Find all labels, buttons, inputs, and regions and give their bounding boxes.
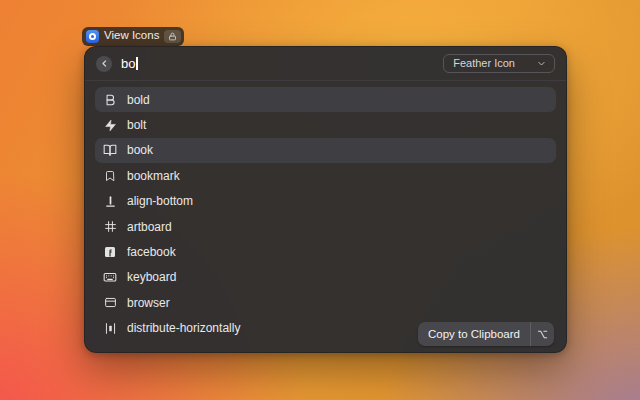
- row-label: book: [127, 143, 153, 157]
- row-label: bolt: [127, 118, 146, 132]
- row-label: bookmark: [127, 169, 180, 183]
- icon-set-dropdown[interactable]: Feather Icon: [443, 54, 555, 73]
- row-label: browser: [127, 296, 170, 310]
- chevron-down-icon: [537, 59, 546, 68]
- desktop-wallpaper: View Icons bo Feather Icon: [0, 0, 640, 400]
- row-label: align-bottom: [127, 194, 193, 208]
- copy-button-label: Copy to Clipboard: [418, 322, 530, 346]
- facebook-icon: [103, 245, 117, 259]
- icon-picker-window: bo Feather Icon bold bolt book bookmark: [84, 46, 567, 353]
- search-input[interactable]: bo: [121, 56, 434, 71]
- icon-list: bold bolt book bookmark align-bottom art…: [85, 81, 566, 341]
- list-item-bolt[interactable]: bolt: [95, 112, 556, 137]
- list-item-align-bottom[interactable]: align-bottom: [95, 189, 556, 214]
- book-icon: [103, 143, 117, 157]
- list-item-browser[interactable]: browser: [95, 290, 556, 315]
- row-label: facebook: [127, 245, 176, 259]
- search-text: bo: [121, 56, 135, 71]
- list-item-bold[interactable]: bold: [95, 87, 556, 112]
- copy-to-clipboard-button[interactable]: Copy to Clipboard: [418, 322, 554, 346]
- option-key-icon: [530, 322, 554, 346]
- list-item-book[interactable]: book: [95, 138, 556, 163]
- keyboard-icon: [103, 270, 117, 284]
- row-label: artboard: [127, 220, 172, 234]
- bolt-icon: [103, 118, 117, 132]
- lock-icon: [164, 30, 181, 43]
- list-item-facebook[interactable]: facebook: [95, 239, 556, 264]
- list-item-keyboard[interactable]: keyboard: [95, 265, 556, 290]
- view-icons-app-icon: [86, 30, 99, 43]
- browser-icon: [103, 296, 117, 310]
- row-label: keyboard: [127, 270, 176, 284]
- chevron-left-icon: [100, 59, 109, 68]
- list-item-bookmark[interactable]: bookmark: [95, 163, 556, 188]
- pill-label: View Icons: [104, 30, 159, 43]
- row-label: bold: [127, 93, 150, 107]
- bold-icon: [103, 93, 117, 107]
- bookmark-icon: [103, 169, 117, 183]
- distribute-horizontally-icon: [103, 321, 117, 335]
- align-bottom-icon: [103, 194, 117, 208]
- view-icons-pill[interactable]: View Icons: [82, 27, 184, 46]
- row-label: distribute-horizontally: [127, 321, 240, 335]
- back-button[interactable]: [96, 56, 112, 72]
- artboard-icon: [103, 220, 117, 234]
- search-bar: bo Feather Icon: [85, 47, 566, 80]
- text-caret: [136, 57, 138, 70]
- dropdown-value: Feather Icon: [453, 58, 515, 69]
- list-item-artboard[interactable]: artboard: [95, 214, 556, 239]
